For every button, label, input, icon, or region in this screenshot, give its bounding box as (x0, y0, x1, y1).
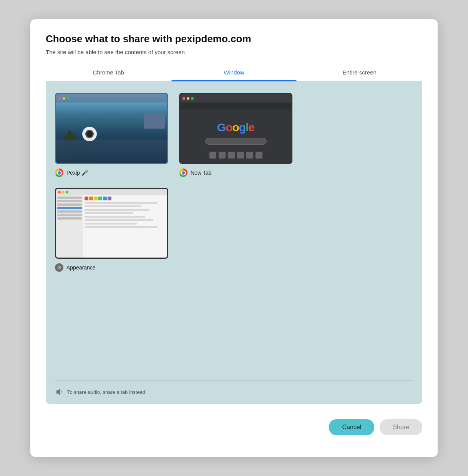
audio-hint-text: To share audio, share a tab instead (67, 389, 145, 395)
newtab-preview: Google (180, 94, 291, 163)
chrome-icon-newtab (179, 169, 188, 177)
newtab-label-text: New Tab (191, 170, 211, 176)
google-area: Google (180, 109, 291, 159)
main-row-3 (85, 209, 149, 211)
main-row-4 (85, 212, 133, 214)
swatch-green (98, 197, 102, 200)
newtab-dot-green (191, 97, 194, 100)
main-row-6 (85, 219, 153, 221)
window-item-appearance[interactable]: ⚙ Appearance (55, 188, 168, 272)
water-reflection (56, 140, 167, 163)
appearance-body (56, 195, 167, 258)
swatch-red (85, 197, 88, 200)
newtab-dot-red (183, 97, 185, 100)
app-dot-1 (209, 152, 216, 159)
pexip-label-text: Pexip 🎤 (66, 170, 88, 176)
dot-green (67, 97, 70, 100)
dialog-subtitle: The site will be able to see the content… (46, 49, 422, 55)
gear-icon: ⚙ (57, 264, 62, 271)
share-dialog: Choose what to share with pexipdemo.com … (30, 19, 438, 457)
app-dot-6 (256, 152, 262, 159)
pexip-browser-bar (56, 94, 167, 102)
window-item-newtab[interactable]: Google (179, 93, 292, 177)
bottom-actions: Cancel Share (46, 419, 422, 443)
sidebar-mock-3 (57, 203, 82, 206)
swatch-blue (103, 197, 107, 200)
camera-indicator (82, 127, 97, 141)
appearance-preview (56, 189, 167, 258)
app-dot-yellow (62, 191, 65, 193)
windows-grid: Pexip 🎤 Google (55, 93, 413, 272)
audio-hint: To share audio, share a tab instead (55, 380, 413, 404)
appearance-label: ⚙ Appearance (55, 263, 96, 272)
google-search-bar (205, 138, 267, 145)
pexip-label: Pexip 🎤 (55, 169, 88, 177)
pip-video (144, 113, 165, 129)
speaker-svg (55, 388, 63, 396)
tab-entire-screen[interactable]: Entire screen (297, 64, 422, 81)
pexip-scenery (56, 102, 167, 163)
newtab-label: New Tab (179, 169, 211, 177)
dot-red (58, 97, 61, 100)
tab-window[interactable]: Window (171, 64, 297, 81)
newtab-browser-bar (180, 94, 291, 102)
apps-row (209, 152, 262, 159)
appearance-label-text: Appearance (66, 264, 96, 271)
main-row-5 (85, 216, 145, 218)
swatch-yellow (94, 197, 98, 200)
cancel-button[interactable]: Cancel (329, 419, 374, 435)
speaker-icon (55, 388, 63, 396)
google-logo: Google (217, 121, 254, 134)
newtab-tab-row (180, 102, 291, 109)
app-dot-3 (228, 152, 235, 159)
svg-marker-0 (56, 389, 60, 395)
tab-bar: Chrome Tab Window Entire screen (46, 64, 422, 81)
camera-lens (85, 130, 94, 138)
window-item-pexip[interactable]: Pexip 🎤 (55, 93, 168, 177)
app-dot-red (58, 191, 61, 193)
appearance-colorbar (85, 197, 166, 200)
share-button[interactable]: Share (380, 419, 422, 435)
swatch-orange (89, 197, 93, 200)
chrome-icon-pexip (55, 169, 63, 177)
app-dot-4 (237, 152, 244, 159)
app-dot-2 (219, 152, 226, 159)
sidebar-mock-1 (57, 197, 82, 199)
sidebar-mock-4-active (57, 207, 82, 209)
swatch-purple (108, 197, 111, 200)
main-row-7 (85, 223, 137, 225)
pexip-preview (56, 94, 167, 163)
dialog-title: Choose what to share with pexipdemo.com (46, 33, 422, 45)
content-area: Pexip 🎤 Google (46, 81, 422, 404)
main-row-2 (85, 205, 141, 207)
window-thumb-newtab[interactable]: Google (179, 93, 292, 164)
app-dot-5 (246, 152, 253, 159)
syspref-icon: ⚙ (55, 263, 63, 272)
app-dot-green (66, 191, 68, 193)
tab-chrome-tab[interactable]: Chrome Tab (46, 64, 171, 81)
window-thumb-pexip[interactable] (55, 93, 168, 164)
sidebar-mock-2 (57, 200, 82, 202)
appearance-main (83, 195, 167, 258)
main-row-8 (85, 226, 158, 228)
newtab-dot-yellow (187, 97, 189, 100)
dot-yellow (63, 97, 65, 100)
appearance-topbar (56, 189, 167, 195)
sidebar-mock-7 (57, 217, 82, 220)
sidebar-mock-5 (57, 210, 82, 213)
window-thumb-appearance[interactable] (55, 188, 168, 259)
main-row-1 (85, 202, 158, 204)
appearance-sidebar (56, 195, 83, 258)
sidebar-mock-6 (57, 214, 82, 216)
